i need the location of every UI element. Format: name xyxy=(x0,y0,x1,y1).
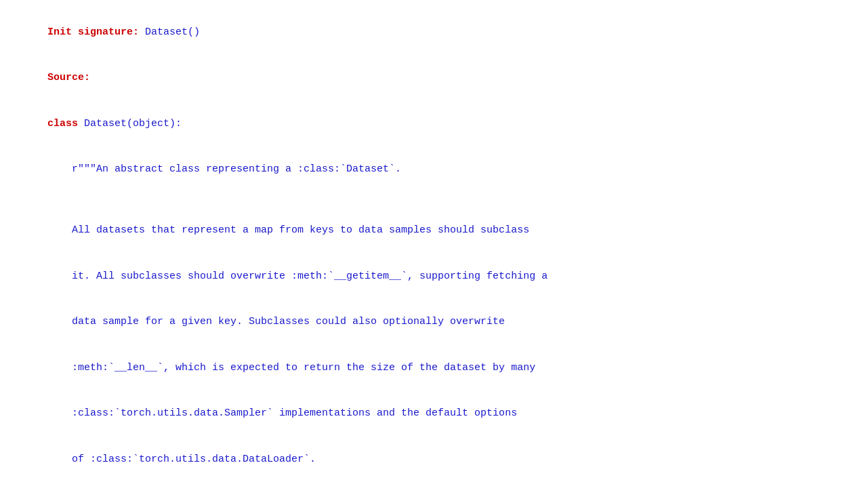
line-doc4: :meth:`__len__`, which is expected to re… xyxy=(11,345,857,391)
line-init-signature: Init signature: Dataset() xyxy=(11,9,857,56)
line-source: Source: xyxy=(11,56,857,102)
line-blank1 xyxy=(11,193,857,208)
docstring-line1: r"""An abstract class representing a :cl… xyxy=(47,163,401,175)
line-doc1: All datasets that represent a map from k… xyxy=(11,208,857,254)
line-doc5: :class:`torch.utils.data.Sampler` implem… xyxy=(11,391,857,437)
label-source: Source: xyxy=(47,72,90,83)
line-docstring-start: r"""An abstract class representing a :cl… xyxy=(11,147,857,193)
line-class-def: class Dataset(object): xyxy=(11,101,857,147)
value-init: Dataset() xyxy=(145,26,200,38)
label-init: Init signature: xyxy=(47,26,145,38)
doc-text6: of :class:`torch.utils.data.DataLoader`. xyxy=(47,454,316,465)
doc-text4: :meth:`__len__`, which is expected to re… xyxy=(47,362,535,374)
line-note-header: .. note:: xyxy=(11,498,857,501)
keyword-class: class xyxy=(47,118,84,129)
line-doc3: data sample for a given key. Subclasses … xyxy=(11,300,857,346)
doc-text5: :class:`torch.utils.data.Sampler` implem… xyxy=(47,407,517,419)
line-doc2: it. All subclasses should overwrite :met… xyxy=(11,254,857,300)
code-block: Init signature: Dataset() Source: class … xyxy=(11,7,857,501)
line-doc6: of :class:`torch.utils.data.DataLoader`. xyxy=(11,437,857,483)
doc-text1: All datasets that represent a map from k… xyxy=(47,224,529,236)
code-container: Init signature: Dataset() Source: class … xyxy=(0,0,868,501)
class-name: Dataset(object): xyxy=(84,118,182,129)
doc-text3: data sample for a given key. Subclasses … xyxy=(47,316,505,327)
line-blank2 xyxy=(11,483,857,498)
doc-text2: it. All subclasses should overwrite :met… xyxy=(47,270,547,282)
